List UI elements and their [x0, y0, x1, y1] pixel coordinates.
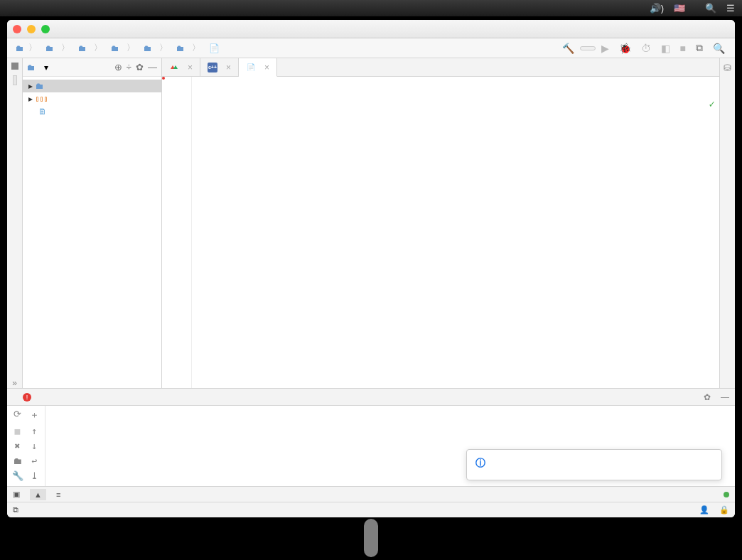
layout-button[interactable]: ⧉ [692, 39, 707, 57]
vtab-project[interactable] [13, 75, 17, 85]
macos-dock [364, 519, 378, 557]
select-opened-icon[interactable]: ÷ [127, 62, 131, 72]
chevron-right-icon: ▸ [28, 94, 33, 104]
breadcrumb-item[interactable]: 🖿〉 [141, 41, 172, 55]
up-icon[interactable]: ↑ [27, 426, 42, 438]
lock-icon[interactable]: 🔒 [719, 505, 729, 515]
bp-tab-debug[interactable]: ! [23, 393, 34, 402]
scroll-icon[interactable]: ⤓ [27, 470, 42, 483]
stop-icon[interactable]: ■ [10, 426, 25, 438]
registration-popup[interactable]: ⓘ [466, 449, 722, 480]
folder-icon[interactable]: 🖿 [10, 456, 25, 468]
breadcrumb-file[interactable]: 📄 [206, 42, 225, 55]
cmake-toolbar: ⟳ ＋ ■ ↑ ✖ ↓ 🖿 ↩ 🔧 ⤓ [7, 406, 45, 486]
code-content[interactable] [192, 77, 719, 388]
breadcrumb-item[interactable]: 🖿〉 [108, 41, 139, 55]
editor-tabs: × c++ × 📄 × [162, 58, 719, 77]
gear-icon[interactable]: ✿ [704, 392, 711, 402]
clion-window: 🖿〉 🖿〉 🖿〉 🖿〉 🖿〉 🖿〉 📄 🔨 ▶ 🐞 ⏱ ◧ ■ ⧉ 🔍 » [7, 20, 735, 517]
terminal-tab[interactable]: ▣ [13, 490, 20, 499]
tree-node-external-libs[interactable]: ▸ ⫾⫾⫾ [23, 92, 161, 105]
folder-icon: 🖿 [111, 43, 119, 53]
settings-icon[interactable]: 🔧 [10, 470, 25, 483]
project-tree[interactable]: ▸ 🖿 ▸ ⫾⫾⫾ 🗎 [23, 77, 161, 121]
minimize-window-button[interactable] [27, 25, 36, 33]
folder-icon: 🖿 [45, 43, 54, 53]
breadcrumb-item[interactable]: 🖿〉 [43, 41, 74, 55]
folder-icon: 🖿 [16, 43, 24, 53]
soft-wrap-icon[interactable]: ↩ [27, 456, 42, 468]
titlebar [7, 20, 735, 38]
hide-icon[interactable]: — [148, 62, 157, 72]
volume-icon[interactable]: 🔊) [650, 3, 664, 14]
cross-icon[interactable]: ✖ [10, 441, 25, 453]
right-tool-stripe: ⛁ [719, 58, 735, 388]
cpp-icon: c++ [208, 63, 217, 72]
gear-icon[interactable]: ✿ [136, 62, 144, 72]
build-button[interactable]: 🔨 [558, 40, 579, 57]
status-bar: ⧉ 👤 🔒 [7, 502, 735, 517]
cmake-tool-window: ! ✿ — ⟳ ＋ ■ ↑ ✖ ↓ 🖿 ↩ 🔧 ⤓ ⓘ [7, 388, 735, 486]
error-icon: ! [23, 393, 31, 402]
input-source-icon[interactable]: 🇺🇸 [674, 3, 685, 14]
line-number-gutter [162, 77, 192, 388]
bottom-tool-tabs: ▣ ▲ ≡ [7, 486, 735, 502]
todo-tab[interactable]: ≡ [56, 490, 60, 499]
editor-area: × c++ × 📄 × ✓ [162, 58, 719, 388]
event-log-tab[interactable] [724, 490, 729, 499]
navigation-toolbar: 🖿〉 🖿〉 🖿〉 🖿〉 🖿〉 🖿〉 📄 🔨 ▶ 🐞 ⏱ ◧ ■ ⧉ 🔍 [7, 38, 735, 58]
cmake-icon [169, 63, 179, 72]
tree-node-scratches[interactable]: 🗎 [23, 105, 161, 118]
down-icon[interactable]: ↓ [27, 441, 42, 453]
inspection-ok-icon: ✓ [709, 98, 715, 109]
folder-icon: 🖿 [144, 43, 152, 53]
profile-button[interactable]: ⏱ [637, 40, 655, 57]
info-icon: ⓘ [475, 457, 485, 470]
vtab-database[interactable] [726, 73, 729, 82]
listview-icon[interactable]: ☰ [726, 3, 735, 14]
stop-button[interactable]: ■ [676, 40, 690, 57]
close-tab-icon[interactable]: × [226, 63, 231, 72]
folder-icon: 🖿 [78, 43, 87, 53]
tree-node-project[interactable]: ▸ 🖿 [23, 80, 161, 92]
editor-tab-cmakelists[interactable]: × [162, 58, 200, 76]
reload-icon[interactable]: ⟳ [10, 409, 25, 424]
more-toolwindows-icon[interactable]: » [12, 378, 17, 388]
database-icon[interactable]: ⛁ [724, 63, 731, 73]
close-tab-icon[interactable]: × [188, 63, 193, 72]
cmake-tab[interactable]: ▲ [30, 489, 46, 500]
scratches-icon: 🗎 [38, 107, 47, 117]
breadcrumb-item[interactable]: 🖿〉 [173, 41, 205, 55]
folder-icon: 🖿 [27, 63, 36, 72]
breadcrumb-root[interactable]: 🖿〉 [13, 41, 41, 55]
inspection-icon[interactable]: 👤 [699, 505, 709, 515]
macos-menubar: 🔊) 🇺🇸 🔍 ☰ [0, 0, 742, 16]
chevron-down-icon[interactable]: ▾ [44, 63, 48, 72]
maximize-window-button[interactable] [41, 25, 50, 33]
editor-tab-maincpp[interactable]: c++ × [200, 58, 239, 76]
file-icon: 📄 [209, 43, 220, 53]
status-icon[interactable]: ⧉ [13, 505, 18, 515]
editor-tab-vmoptions[interactable]: 📄 × [239, 58, 277, 77]
close-window-button[interactable] [13, 25, 21, 33]
add-configuration-button[interactable] [580, 46, 596, 50]
search-everywhere-button[interactable]: 🔍 [709, 40, 729, 57]
tool-window-icon[interactable] [11, 63, 18, 70]
hide-icon[interactable]: — [721, 392, 729, 402]
plus-icon[interactable]: ＋ [27, 409, 42, 424]
chevron-right-icon: ▸ [28, 81, 33, 91]
debug-button[interactable]: 🐞 [615, 40, 635, 57]
close-tab-icon[interactable]: × [264, 63, 269, 72]
run-button[interactable]: ▶ [597, 40, 613, 57]
breadcrumb-item[interactable]: 🖿〉 [75, 41, 107, 55]
code-editor[interactable]: ✓ [162, 77, 719, 388]
left-tool-stripe: » [7, 58, 23, 388]
collapse-all-icon[interactable]: ⊕ [114, 62, 122, 72]
vtab-favorites[interactable] [13, 347, 17, 357]
libraries-icon: ⫾⫾⫾ [36, 94, 48, 104]
attach-button[interactable]: ◧ [657, 40, 674, 57]
vtab-structure[interactable] [13, 364, 17, 374]
project-tool-window: 🖿 ▾ ⊕ ÷ ✿ — ▸ 🖿 ▸ ⫾⫾⫾ [23, 58, 162, 388]
folder-icon: 🖿 [176, 43, 185, 53]
spotlight-icon[interactable]: 🔍 [705, 3, 716, 14]
